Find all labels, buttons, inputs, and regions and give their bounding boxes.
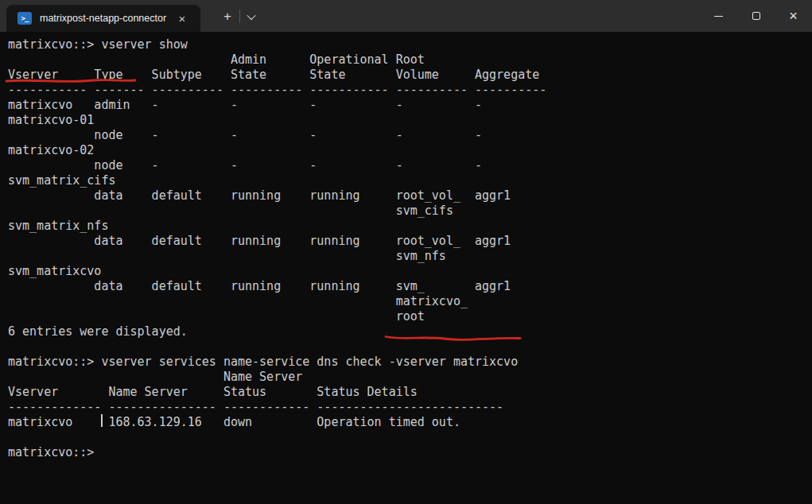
terminal-line [8,339,812,355]
window-controls: × [700,0,812,32]
terminal-line: data default running running root_vol_ a… [8,188,812,204]
minimize-button[interactable] [700,0,737,32]
terminal-line: node - - - - - [8,128,812,143]
terminal-line: data default running running svm_ aggr1 [8,279,812,294]
terminal-line: Name Server [8,370,812,385]
terminal-line: matrixcvo admin - - - - - [8,98,812,113]
terminal-line: root [8,309,812,324]
tab-close-icon[interactable]: × [173,10,191,27]
terminal-line: matrixcvo 168.63.129.16 down Operation t… [8,415,812,430]
terminal-line: node - - - - - [8,158,812,173]
terminal-line: data default running running root_vol_ a… [8,234,812,249]
terminal-line: Vserver Name Server Status Status Detail… [8,385,812,400]
terminal-window: >_ matrixpost-netapp-connector × + × mat… [0,0,812,504]
terminal-line: Vserver Type Subtype State State Volume … [8,68,812,83]
tab-bar: >_ matrixpost-netapp-connector × + × [0,0,812,32]
terminal-line: matrixcvo-02 [8,143,812,158]
terminal-line: svm_matrix_nfs [8,219,812,234]
powershell-icon: >_ [17,12,32,25]
terminal-line: svm_matrix_cifs [8,173,812,188]
terminal-line [8,430,812,445]
terminal-line: svm_matrixcvo [8,264,812,279]
terminal-line: ----------- ------- ---------- ---------… [8,83,812,98]
terminal-line: matrixcvo::> [8,445,812,460]
terminal-line: svm_cifs [8,204,812,219]
terminal-line: Admin Operational Root [8,52,812,68]
terminal-line: ------------- --------------- ----------… [8,400,812,415]
tab-title: matrixpost-netapp-connector [40,13,173,24]
terminal-line: matrixcvo::> vserver show [8,37,812,52]
terminal-line: svm_nfs [8,249,812,264]
terminal-line: matrixcvo-01 [8,113,812,128]
new-tab-button[interactable]: + [216,6,239,27]
close-icon: × [789,9,798,23]
tab-button-divider [239,10,240,23]
terminal-cursor [101,414,103,427]
terminal-line: matrixcvo_ [8,294,812,309]
terminal-screen[interactable]: matrixcvo::> vserver show Admin Operatio… [0,32,812,504]
terminal-line: 6 entries were displayed. [8,324,812,339]
tab-matrixpost-netapp-connector[interactable]: >_ matrixpost-netapp-connector × [6,5,200,32]
close-button[interactable]: × [775,0,812,32]
chevron-down-icon [247,11,255,20]
maximize-icon [752,12,760,20]
minimize-icon [714,16,723,17]
maximize-button[interactable] [737,0,775,32]
terminal-line: matrixcvo::> vserver services name-servi… [8,355,812,370]
tab-dropdown-button[interactable] [242,6,261,27]
